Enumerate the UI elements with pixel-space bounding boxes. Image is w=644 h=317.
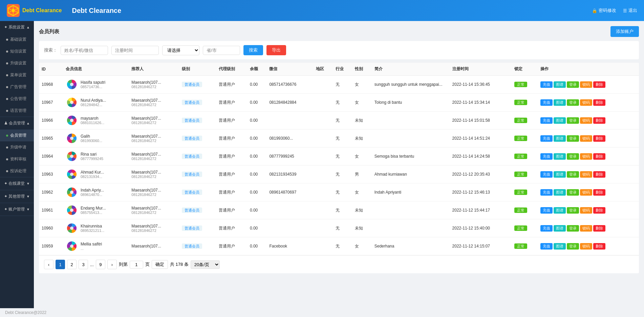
chart-button[interactable]: 图谱 [554, 171, 566, 178]
sidebar-item-upgrade[interactable]: 升级设置 [0, 57, 34, 69]
chart-button[interactable]: 图谱 [554, 207, 566, 214]
cell-level: 普通会员 [179, 237, 216, 255]
sidebar-account-header[interactable]: ✦ 账户管理 ▼ [0, 203, 34, 216]
lock-button[interactable]: 锁码 [580, 117, 592, 124]
chart-button[interactable]: 图谱 [554, 189, 566, 196]
sidebar-item-notice[interactable]: 公告管理 [0, 93, 34, 105]
login-button[interactable]: 登录 [567, 189, 579, 196]
change-password-button[interactable]: 🔒 密码修改 [592, 7, 616, 14]
lock-button[interactable]: 锁码 [580, 81, 592, 88]
lock-button[interactable]: 锁码 [580, 135, 592, 142]
chart-button[interactable]: 图谱 [554, 135, 566, 142]
dot-icon [6, 62, 8, 64]
lock-button[interactable]: 锁码 [580, 99, 592, 106]
recharge-button[interactable]: 充值 [540, 81, 553, 88]
lock-button[interactable]: 锁码 [580, 189, 592, 196]
level-select[interactable]: 请选择 [162, 45, 199, 55]
sidebar-item-menu[interactable]: 菜单设置 [0, 69, 34, 81]
delete-button[interactable]: 删除 [593, 81, 605, 88]
cell-status: 正常 [512, 147, 538, 165]
chart-button[interactable]: 图谱 [554, 81, 566, 88]
login-button[interactable]: 登录 [567, 99, 579, 106]
login-button[interactable]: 登录 [567, 225, 579, 232]
sidebar-system-header[interactable]: ✦ 系统设置 ▲ [0, 21, 34, 34]
delete-button[interactable]: 删除 [593, 153, 605, 160]
page-2-button[interactable]: 2 [67, 260, 77, 269]
sidebar-item-lang[interactable]: 语言管理 [0, 105, 34, 117]
date-input[interactable] [111, 46, 159, 55]
prev-page-button[interactable]: ‹ [44, 260, 53, 269]
page-3-button[interactable]: 3 [79, 260, 88, 269]
cell-status: 正常 [512, 219, 538, 237]
page-9-button[interactable]: 9 [96, 260, 105, 269]
search-button[interactable]: 搜索 [243, 45, 263, 55]
cell-agent-level: 普通用户 [216, 201, 247, 219]
login-button[interactable]: 登录 [567, 117, 579, 124]
cell-id: 10961 [39, 201, 63, 219]
cell-intro: Tolong di bantu [372, 94, 450, 112]
lock-button[interactable]: 锁码 [580, 153, 592, 160]
sidebar-item-sms[interactable]: 短信设置 [0, 45, 34, 57]
sidebar-item-ad[interactable]: 广告管理 [0, 81, 34, 93]
chart-button[interactable]: 图谱 [554, 153, 566, 160]
cell-agent-level: 普通用户 [216, 130, 247, 147]
delete-button[interactable]: 删除 [593, 171, 605, 178]
sidebar-course-header[interactable]: ✦ 在线课堂 ▼ [0, 177, 34, 190]
login-button[interactable]: 登录 [567, 153, 579, 160]
sidebar-item-member-mgmt[interactable]: 会员管理 [0, 130, 34, 141]
page-1-button[interactable]: 1 [56, 260, 65, 269]
recharge-button[interactable]: 充值 [540, 207, 553, 214]
svg-point-20 [70, 173, 73, 176]
recharge-button[interactable]: 充值 [540, 171, 553, 178]
login-button[interactable]: 登录 [567, 135, 579, 142]
cell-intro: sungguh sungguh untuk menggapai... [372, 76, 450, 94]
login-button[interactable]: 登录 [567, 171, 579, 178]
lock-button[interactable]: 锁码 [580, 243, 592, 250]
sidebar-item-upgrade-apply[interactable]: 升级申请 [0, 141, 34, 153]
per-page-select[interactable]: 10条/页 20条/页 50条/页 100条/页 [191, 260, 220, 269]
delete-button[interactable]: 删除 [593, 225, 605, 232]
add-account-button[interactable]: 添加账户 [610, 26, 639, 37]
sidebar-item-basic[interactable]: 基础设置 [0, 34, 34, 45]
recharge-button[interactable]: 充值 [540, 153, 553, 160]
delete-button[interactable]: 删除 [593, 207, 605, 214]
search-input[interactable] [61, 46, 108, 55]
col-wechat: 微信 [266, 63, 313, 76]
recharge-button[interactable]: 充值 [540, 189, 553, 196]
lock-button[interactable]: 锁码 [580, 171, 592, 178]
export-button[interactable]: 导出 [266, 45, 286, 55]
recharge-button[interactable]: 充值 [540, 243, 553, 250]
recharge-button[interactable]: 充值 [540, 135, 553, 142]
recharge-button[interactable]: 充值 [540, 117, 553, 124]
sidebar-item-profile-review[interactable]: 资料审核 [0, 153, 34, 165]
delete-button[interactable]: 删除 [593, 117, 605, 124]
delete-button[interactable]: 删除 [593, 135, 605, 142]
recharge-button[interactable]: 充值 [540, 99, 553, 106]
recharge-button[interactable]: 充值 [540, 225, 553, 232]
cell-balance: 0.00 [247, 130, 266, 147]
sidebar-section-course: ✦ 在线课堂 ▼ [0, 177, 34, 190]
sidebar-item-complaint[interactable]: 投诉处理 [0, 165, 34, 177]
login-button[interactable]: 登录 [567, 243, 579, 250]
next-page-button[interactable]: › [107, 260, 117, 269]
lock-button[interactable]: 锁码 [580, 207, 592, 214]
chart-button[interactable]: 图谱 [554, 117, 566, 124]
login-button[interactable]: 登录 [567, 207, 579, 214]
goto-page-input[interactable] [130, 261, 143, 269]
sidebar-member-header[interactable]: ♟ 会员管理 ▲ [0, 117, 34, 130]
logout-button[interactable]: ☰ 退出 [623, 7, 637, 14]
chart-button[interactable]: 图谱 [554, 243, 566, 250]
chevron-down-icon: ▼ [26, 207, 30, 211]
city-input[interactable] [203, 46, 240, 55]
cell-intro [372, 112, 450, 130]
member-table: ID 会员信息 推荐人 级别 代理级别 余额 微信 地区 行业 性别 简介 注册… [39, 63, 639, 255]
lock-button[interactable]: 锁码 [580, 225, 592, 232]
chart-button[interactable]: 图谱 [554, 99, 566, 106]
delete-button[interactable]: 删除 [593, 99, 605, 106]
login-button[interactable]: 登录 [567, 81, 579, 88]
page-confirm-button[interactable]: 确定 [152, 260, 168, 269]
delete-button[interactable]: 删除 [593, 189, 605, 196]
delete-button[interactable]: 删除 [593, 243, 605, 250]
sidebar-other-header[interactable]: ✦ 其他管理 ▼ [0, 190, 34, 203]
chart-button[interactable]: 图谱 [554, 225, 566, 232]
